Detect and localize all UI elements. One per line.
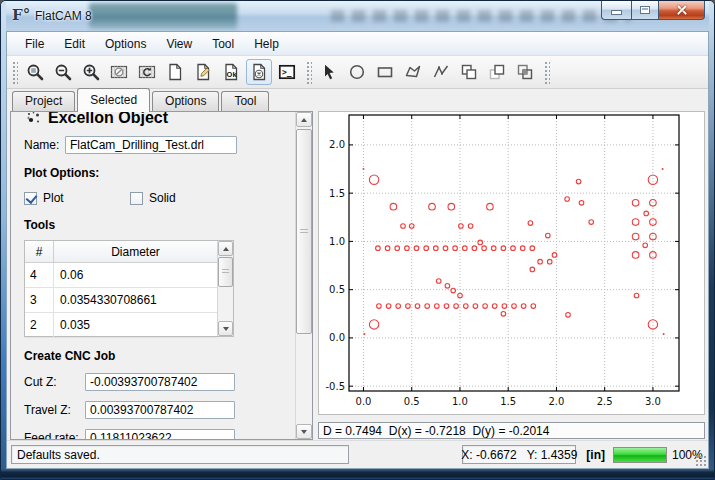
rectangle-tool-button[interactable] (372, 59, 398, 85)
ok-document-button[interactable]: Ok (218, 59, 244, 85)
scrollbar-thumb[interactable] (218, 257, 233, 287)
toolbar-drag-handle[interactable] (305, 60, 312, 84)
menu-file[interactable]: File (15, 34, 54, 54)
cancel-document-icon (249, 62, 269, 82)
name-row: Name: (24, 136, 295, 154)
object-header: Excellon Object (24, 112, 295, 127)
background-blur-text (331, 10, 631, 22)
toolbar-drag-handle[interactable] (543, 60, 550, 84)
solid-checkbox-box[interactable] (130, 192, 143, 205)
plot-canvas[interactable]: 0.00.51.01.52.02.53.0-0.50.00.51.01.52.0 (318, 111, 705, 415)
tools-table: # Diameter 4 0.063 0.03543307086612 0.03… (24, 240, 234, 337)
excellon-object-icon (26, 112, 42, 126)
menu-view[interactable]: View (156, 34, 202, 54)
panel-scrollbar-thumb[interactable] (296, 129, 312, 334)
panel-scroll-up-button[interactable] (296, 112, 312, 127)
cnc-section-label: Create CNC Job (24, 349, 295, 363)
zoom-in-button[interactable] (78, 59, 104, 85)
menu-help[interactable]: Help (244, 34, 289, 54)
menu-edit[interactable]: Edit (54, 34, 95, 54)
shell-button[interactable]: >_ (274, 59, 300, 85)
circle-tool-button[interactable] (344, 59, 370, 85)
solid-checkbox[interactable]: Solid (130, 191, 176, 205)
union-tool-button[interactable] (456, 59, 482, 85)
statusbar: Defaults saved. X: -0.6672 Y: 1.4359 [in… (7, 440, 708, 468)
tool-number-cell[interactable]: 4 (25, 263, 54, 287)
toolbar-drag-handle[interactable] (11, 60, 18, 84)
tool-diameter-cell[interactable]: 0.035 (54, 313, 217, 337)
travel-z-input[interactable] (85, 401, 235, 419)
panel-scroll-down-button[interactable] (296, 424, 312, 439)
tool-diameter-cell[interactable]: 0.0354330708661 (54, 288, 217, 312)
replot-button[interactable] (134, 59, 160, 85)
close-button[interactable] (659, 1, 705, 20)
select-arrow-icon (319, 62, 339, 82)
tool-number-cell[interactable]: 2 (25, 313, 54, 337)
tab-tool[interactable]: Tool (221, 91, 269, 111)
minimize-icon (611, 10, 622, 15)
titlebar[interactable]: F° FlatCAM 8 (1, 1, 714, 31)
feed-rate-input[interactable] (85, 429, 235, 439)
arrow-up-icon (223, 247, 229, 251)
cut-z-label: Cut Z: (24, 375, 85, 389)
plot-checkbox-box[interactable] (24, 192, 37, 205)
maximize-button[interactable] (631, 1, 659, 20)
tool-diameter-cell[interactable]: 0.06 (54, 263, 217, 287)
name-input[interactable] (65, 136, 237, 154)
edit-document-button[interactable] (190, 59, 216, 85)
cancel-document-button[interactable] (246, 59, 272, 85)
scroll-down-button[interactable] (218, 321, 233, 336)
svg-text:0.0: 0.0 (329, 332, 345, 343)
progress-bar (613, 447, 667, 463)
scroll-up-button[interactable] (218, 241, 233, 256)
ok-document-icon: Ok (221, 62, 241, 82)
polyline-tool-button[interactable] (428, 59, 454, 85)
subtract-tool-button[interactable] (484, 59, 510, 85)
svg-text:0.5: 0.5 (404, 396, 420, 407)
zoom-fit-button[interactable] (22, 59, 48, 85)
tab-options[interactable]: Options (152, 91, 219, 111)
solid-checkbox-label: Solid (149, 191, 176, 205)
measurement-readout: D = 0.7494 D(x) = -0.7218 D(y) = -0.2014 (318, 422, 705, 439)
arrow-down-icon (301, 430, 307, 434)
arrow-up-icon (301, 118, 307, 122)
plot-checkbox[interactable]: Plot (24, 191, 130, 205)
resize-grip[interactable] (695, 455, 706, 466)
window-controls (601, 1, 705, 20)
minimize-button[interactable] (601, 1, 631, 20)
polygon-tool-button[interactable] (400, 59, 426, 85)
coordinates-readout: X: -0.6672 Y: 1.4359 (462, 445, 576, 464)
tool-row[interactable]: 2 0.035 (25, 313, 217, 338)
tool-number-cell[interactable]: 3 (25, 288, 54, 312)
cnc-fields: Cut Z: Travel Z: Feed rate: (24, 373, 295, 439)
clear-plot-button[interactable] (106, 59, 132, 85)
tab-project[interactable]: Project (12, 91, 75, 111)
maximize-icon (640, 6, 650, 14)
cut-z-input[interactable] (85, 373, 235, 391)
replot-icon (137, 62, 157, 82)
new-document-button[interactable] (162, 59, 188, 85)
progress-fill (614, 448, 666, 462)
subtract-tool-icon (487, 62, 507, 82)
panel-scrollbar[interactable] (295, 112, 312, 439)
tool-row[interactable]: 3 0.0354330708661 (25, 288, 217, 313)
column-header-number[interactable]: # (25, 241, 54, 262)
tools-label: Tools (24, 218, 295, 232)
clear-plot-icon (109, 62, 129, 82)
select-arrow-button[interactable] (316, 59, 342, 85)
zoom-out-button[interactable] (50, 59, 76, 85)
svg-text:-0.5: -0.5 (325, 381, 345, 392)
tools-table-scrollbar[interactable] (217, 241, 233, 336)
drill-plot[interactable]: 0.00.51.01.52.02.53.0-0.50.00.51.01.52.0 (319, 112, 705, 414)
intersect-tool-button[interactable] (512, 59, 538, 85)
tab-selected[interactable]: Selected (77, 88, 150, 112)
svg-text:2.0: 2.0 (549, 396, 565, 407)
tab-bar: ProjectSelectedOptionsTool (7, 89, 708, 111)
tool-row[interactable]: 4 0.06 (25, 263, 217, 288)
menu-tool[interactable]: Tool (202, 34, 244, 54)
plot-options-row: Plot Solid (24, 190, 295, 206)
union-tool-icon (459, 62, 479, 82)
name-label: Name: (24, 138, 65, 152)
column-header-diameter[interactable]: Diameter (54, 241, 217, 262)
menu-options[interactable]: Options (95, 34, 156, 54)
